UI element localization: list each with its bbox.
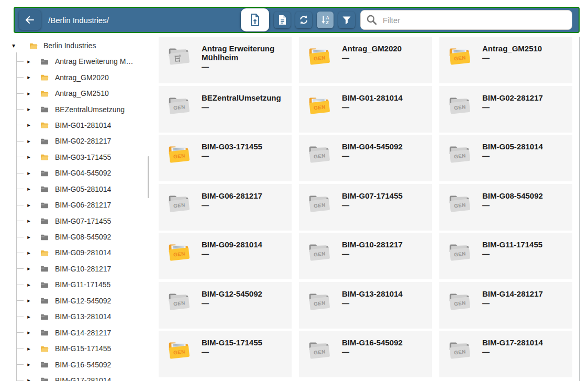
folder-grid: Antrag Erweiterung Mühlheim — GEN Antrag…	[159, 37, 572, 377]
tree-item-label: BIM-G01-281014	[55, 121, 111, 129]
tree-item[interactable]: ▸ BIM-G04-545092	[0, 165, 153, 181]
tree-item[interactable]: ▸ BIM-G03-171455	[0, 149, 153, 165]
folder-card[interactable]: GEN BIM-G05-281014 —	[439, 135, 572, 181]
caret-right-icon[interactable]: ▸	[24, 217, 34, 224]
caret-right-icon[interactable]: ▸	[24, 154, 34, 160]
tree-connector	[16, 380, 24, 380]
svg-text:GEN: GEN	[173, 300, 185, 307]
filter-button[interactable]	[338, 12, 355, 28]
tree-item[interactable]: ▸ BIM-G01-281014	[0, 117, 153, 133]
svg-text:GEN: GEN	[313, 300, 326, 307]
caret-right-icon[interactable]: ▸	[24, 345, 34, 352]
tree-item[interactable]: ▸ BIM-G06-281217	[0, 197, 153, 213]
tree-connector	[16, 317, 24, 317]
folder-card[interactable]: GEN BIM-G04-545092 —	[299, 135, 432, 181]
caret-right-icon[interactable]: ▸	[24, 377, 34, 381]
tree-item[interactable]: ▸ BIM-G12-545092	[0, 293, 153, 309]
tree-item[interactable]: ▸ BIM-G14-281217	[0, 324, 153, 340]
folder-card[interactable]: GEN BIM-G07-171455 —	[299, 184, 432, 231]
upload-button[interactable]	[241, 8, 269, 31]
tree-connector	[16, 93, 24, 94]
sidebar-scrollbar[interactable]	[148, 156, 149, 198]
caret-right-icon[interactable]: ▸	[24, 122, 34, 128]
folder-card[interactable]: GEN BIM-G01-281014 —	[299, 86, 432, 133]
folder-card-title: Antrag_GM2510	[482, 44, 542, 53]
folder-card-body: Antrag_GM2510 —	[482, 44, 542, 61]
tree-item[interactable]: ▸ BIM-G08-545092	[0, 229, 153, 245]
caret-right-icon[interactable]: ▸	[24, 58, 34, 65]
tree-item[interactable]: ▸ Antrag Erweiterung M…	[0, 53, 153, 69]
folder-card[interactable]: GEN BIM-G13-281014 —	[299, 282, 432, 329]
folder-card-body: BIM-G09-281014 —	[202, 240, 262, 257]
caret-right-icon[interactable]: ▸	[24, 186, 34, 192]
folder-card[interactable]: GEN BIM-G11-171455 —	[439, 233, 572, 279]
caret-right-icon[interactable]: ▸	[24, 265, 34, 272]
caret-right-icon[interactable]: ▸	[24, 138, 34, 145]
folder-card-meta: —	[202, 105, 281, 110]
filter-input[interactable]	[382, 15, 567, 25]
caret-right-icon[interactable]: ▸	[24, 90, 34, 97]
caret-right-icon[interactable]: ▸	[24, 249, 34, 256]
caret-right-icon[interactable]: ▸	[24, 313, 34, 320]
folder-card-meta: —	[482, 203, 543, 208]
tree-item[interactable]: ▸ BIM-G02-281217	[0, 133, 153, 149]
tree-item[interactable]: ▸ BIM-G11-171455	[0, 277, 153, 292]
folder-card[interactable]: GEN BIM-G08-545092 —	[439, 184, 572, 231]
folder-card[interactable]: GEN BIM-G02-281217 —	[439, 86, 572, 133]
tree-item[interactable]: ▸ Antrag_GM2020	[0, 69, 153, 85]
tree-connector	[16, 285, 24, 285]
tree-root-berlin-industries[interactable]: ▾ Berlin Industries	[0, 38, 153, 53]
caret-right-icon[interactable]: ▸	[24, 74, 34, 81]
folder-card-body: BIM-G16-545092 —	[342, 338, 403, 355]
caret-right-icon[interactable]: ▸	[24, 106, 34, 113]
caret-right-icon[interactable]: ▸	[24, 329, 34, 336]
tree-item[interactable]: ▸ BIM-G15-171455	[0, 341, 153, 356]
tree-item[interactable]: ▸ Antrag_GM2510	[0, 85, 153, 101]
sort-button[interactable]: A Z	[317, 12, 334, 28]
caret-right-icon[interactable]: ▸	[24, 361, 34, 368]
caret-right-icon[interactable]: ▸	[24, 281, 34, 288]
back-button[interactable]	[19, 10, 41, 30]
folder-card[interactable]: GEN BIM-G09-281014 —	[159, 233, 292, 279]
folder-card[interactable]: GEN BIM-G06-281217 —	[159, 184, 292, 231]
caret-right-icon[interactable]: ▸	[24, 170, 34, 177]
folder-card[interactable]: GEN BIM-G17-281014 —	[439, 331, 572, 377]
folder-card[interactable]: GEN BIM-G16-545092 —	[299, 331, 432, 377]
caret-right-icon[interactable]: ▸	[24, 297, 34, 304]
new-file-button[interactable]	[274, 12, 291, 28]
folder-card[interactable]: GEN BIM-G15-171455 —	[159, 331, 292, 377]
folder-card[interactable]: GEN BIM-G03-171455 —	[159, 135, 292, 181]
tree-connector	[16, 300, 24, 301]
caret-right-icon[interactable]: ▸	[24, 234, 34, 241]
folder-card[interactable]: GEN BIM-G14-281217 —	[439, 282, 572, 329]
folder-card-meta: —	[202, 252, 262, 257]
folder-card-title: BIM-G05-281014	[482, 142, 543, 151]
tree-item[interactable]: ▸ BIM-G13-281014	[0, 309, 153, 324]
folder-card[interactable]: GEN Antrag_GM2020 —	[299, 37, 432, 83]
tree-item[interactable]: ▸ BEZentralUmsetzung	[0, 101, 153, 117]
folder-card[interactable]: GEN BIM-G10-281217 —	[299, 233, 432, 279]
folder-card[interactable]: GEN BIM-G12-545092 —	[159, 282, 292, 329]
folder-card[interactable]: GEN BEZentralUmsetzung —	[159, 86, 292, 133]
refresh-button[interactable]	[295, 12, 312, 28]
folder-card[interactable]: GEN Antrag_GM2510 —	[439, 37, 572, 83]
folder-icon	[40, 58, 49, 65]
tree-item[interactable]: ▸ BIM-G10-281217	[0, 261, 153, 277]
svg-text:GEN: GEN	[313, 349, 326, 355]
tree-item[interactable]: ▸ BIM-G05-281014	[0, 181, 153, 197]
caret-down-icon[interactable]: ▾	[9, 42, 18, 49]
tree-item[interactable]: ▸ BIM-G09-281014	[0, 245, 153, 260]
tree-item[interactable]: ▸ BIM-G16-545092	[0, 356, 153, 372]
svg-text:GEN: GEN	[453, 104, 466, 111]
folder-card-meta: —	[342, 350, 403, 355]
tree-connector	[16, 332, 24, 333]
tree-item[interactable]: ▸ BIM-G17-281014	[0, 373, 153, 381]
folder-card-icon: GEN	[167, 339, 191, 362]
folder-card[interactable]: Antrag Erweiterung Mühlheim —	[159, 37, 292, 83]
caret-right-icon[interactable]: ▸	[24, 202, 34, 209]
svg-text:GEN: GEN	[173, 153, 185, 159]
folder-icon	[40, 122, 49, 128]
main-scrollbar-track[interactable]	[579, 37, 580, 381]
tree-item[interactable]: ▸ BIM-G07-171455	[0, 213, 153, 228]
tree-connector	[16, 61, 24, 62]
